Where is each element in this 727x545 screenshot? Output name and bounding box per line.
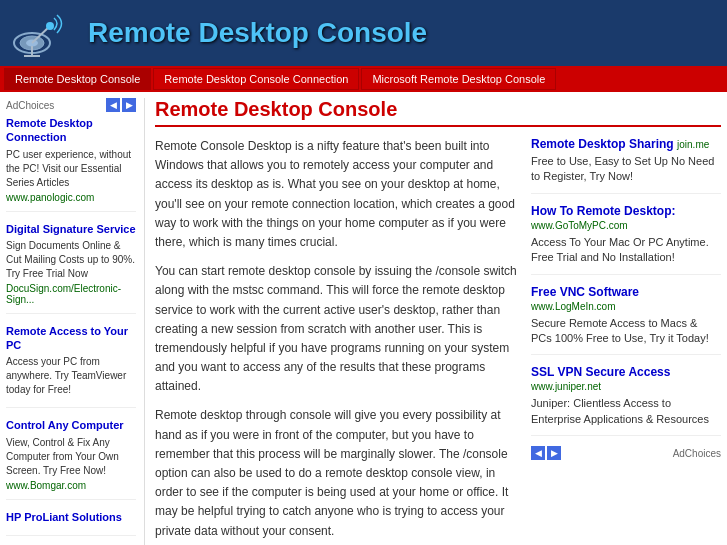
- sidebar-ad-3: Control Any Computer View, Control & Fix…: [6, 418, 136, 499]
- sidebar-ad-2-text: Access your PC from anywhere. Try TeamVi…: [6, 355, 136, 397]
- sidebar-ad-1-title[interactable]: Digital Signature Service: [6, 222, 136, 236]
- content: Remote Desktop Console Remote Console De…: [144, 98, 721, 545]
- svg-point-4: [46, 22, 54, 30]
- right-ad-3: SSL VPN Secure Access www.juniper.net Ju…: [531, 365, 721, 436]
- right-ad-choices-label: AdChoices: [673, 448, 721, 459]
- sidebar-ad-1-url: DocuSign.com/Electronic-Sign...: [6, 283, 136, 305]
- site-title: Remote Desktop Console: [88, 17, 427, 49]
- right-ad-2-title[interactable]: Free VNC Software www.LogMeIn.com: [531, 285, 721, 313]
- ad-choices-label: AdChoices: [6, 100, 54, 111]
- sidebar-ad-3-url: www.Bomgar.com: [6, 480, 136, 491]
- sidebar-ad-2-title[interactable]: Remote Access to Your PC: [6, 324, 136, 353]
- sidebar-ad-nav: ◀ ▶: [106, 98, 136, 112]
- right-ad-2-text: Secure Remote Access to Macs & PCs 100% …: [531, 316, 721, 347]
- content-title: Remote Desktop Console: [155, 98, 721, 127]
- nav-item-rdcc[interactable]: Remote Desktop Console Connection: [153, 68, 359, 90]
- right-ad-2: Free VNC Software www.LogMeIn.com Secure…: [531, 285, 721, 356]
- satellite-icon: [12, 8, 72, 58]
- sidebar-ad-0-title[interactable]: Remote Desktop Connection: [6, 116, 136, 145]
- sidebar-ad-prev[interactable]: ◀: [106, 98, 120, 112]
- article-para-2: Remote desktop through console will give…: [155, 406, 519, 540]
- article-text: Remote Console Desktop is a nifty featur…: [155, 137, 519, 545]
- content-body: Remote Console Desktop is a nifty featur…: [155, 137, 721, 545]
- sidebar-ad-3-title[interactable]: Control Any Computer: [6, 418, 136, 432]
- right-ad-1: How To Remote Desktop: www.GoToMyPC.com …: [531, 204, 721, 275]
- right-ad-1-title[interactable]: How To Remote Desktop: www.GoToMyPC.com: [531, 204, 721, 232]
- right-ad-3-title[interactable]: SSL VPN Secure Access www.juniper.net: [531, 365, 721, 393]
- sidebar-ad-0-url: www.panologic.com: [6, 192, 136, 203]
- article-para-0: Remote Console Desktop is a nifty featur…: [155, 137, 519, 252]
- sidebar-ad-0-text: PC user experience, without the PC! Visi…: [6, 148, 136, 190]
- sidebar: AdChoices ◀ ▶ Remote Desktop Connection …: [6, 98, 136, 545]
- right-ad-1-text: Access To Your Mac Or PC Anytime. Free T…: [531, 235, 721, 266]
- right-ad-footer: ◀ ▶ AdChoices: [531, 446, 721, 460]
- main-layout: AdChoices ◀ ▶ Remote Desktop Connection …: [0, 92, 727, 545]
- nav-item-rdc[interactable]: Remote Desktop Console: [4, 68, 151, 90]
- right-ad-prev[interactable]: ◀: [531, 446, 545, 460]
- right-ads: Remote Desktop Sharing join.me Free to U…: [531, 137, 721, 545]
- sidebar-ad-4: HP ProLiant Solutions: [6, 510, 136, 536]
- right-ad-0-text: Free to Use, Easy to Set Up No Need to R…: [531, 154, 721, 185]
- sidebar-ad-4-title[interactable]: HP ProLiant Solutions: [6, 510, 136, 524]
- sidebar-ad-next[interactable]: ▶: [122, 98, 136, 112]
- sidebar-ad-1-text: Sign Documents Online & Cut Mailing Cost…: [6, 239, 136, 281]
- sidebar-ad-2: Remote Access to Your PC Access your PC …: [6, 324, 136, 409]
- logo: [12, 8, 72, 58]
- ad-choices-header: AdChoices ◀ ▶: [6, 98, 136, 112]
- sidebar-ad-0: Remote Desktop Connection PC user experi…: [6, 116, 136, 212]
- nav-item-mrdc[interactable]: Microsoft Remote Desktop Console: [361, 68, 556, 90]
- article-para-1: You can start remote desktop console by …: [155, 262, 519, 396]
- sidebar-ad-1: Digital Signature Service Sign Documents…: [6, 222, 136, 314]
- sidebar-ad-3-text: View, Control & Fix Any Computer from Yo…: [6, 436, 136, 478]
- right-ad-0: Remote Desktop Sharing join.me Free to U…: [531, 137, 721, 194]
- right-ad-next[interactable]: ▶: [547, 446, 561, 460]
- right-ad-0-title[interactable]: Remote Desktop Sharing join.me: [531, 137, 721, 151]
- header: Remote Desktop Console: [0, 0, 727, 66]
- right-ad-nav: ◀ ▶: [531, 446, 561, 460]
- right-ad-3-text: Juniper: Clientless Access to Enterprise…: [531, 396, 721, 427]
- nav-bar: Remote Desktop Console Remote Desktop Co…: [0, 66, 727, 92]
